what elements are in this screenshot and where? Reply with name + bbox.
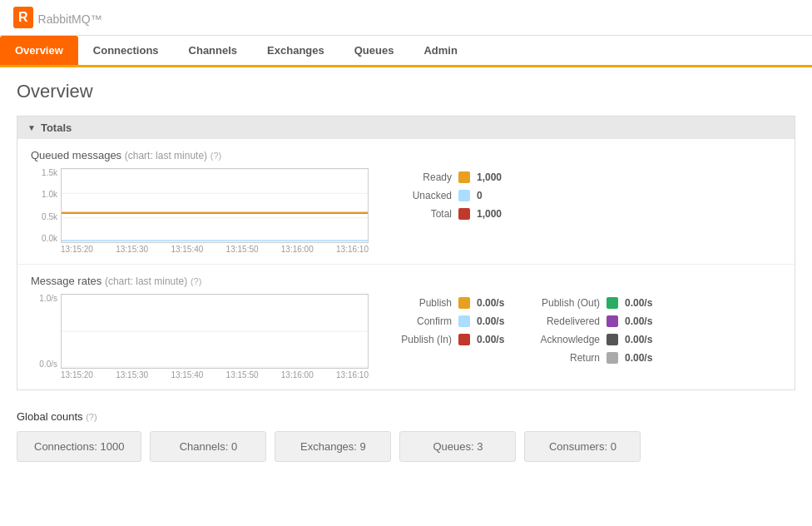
rates-legend-row-2: Confirm 0.00/s Redelivered 0.00/s <box>385 315 652 327</box>
legend-unacked-label: Unacked <box>385 190 452 201</box>
logo-tm: ™ <box>91 12 102 26</box>
rates-chart-svg <box>62 295 368 368</box>
publish-label: Publish <box>385 297 452 309</box>
legend-unacked: Unacked 0 <box>385 190 502 201</box>
global-counts-section: Global counts (?) Connections: 1000 Chan… <box>17 404 795 462</box>
nav-queues[interactable]: Queues <box>339 36 409 65</box>
queued-chart-wrapper: 1.5k 1.0k 0.5k 0.0k <box>31 168 369 254</box>
nav-overview[interactable]: Overview <box>0 36 78 65</box>
count-connections: Connections: 1000 <box>17 431 141 462</box>
queued-chart-box <box>61 168 369 243</box>
global-counts-help[interactable]: (?) <box>86 412 97 422</box>
publish-color <box>458 297 470 309</box>
global-counts-header: Global counts (?) <box>17 404 795 431</box>
message-rates-title: Message rates (chart: last minute) (?) <box>31 275 781 287</box>
queued-yaxis: 1.5k 1.0k 0.5k 0.0k <box>31 168 57 243</box>
rates-help[interactable]: (?) <box>191 276 201 286</box>
queued-xaxis: 13:15:20 13:15:30 13:15:40 13:15:50 13:1… <box>61 245 369 254</box>
rates-xaxis: 13:15:20 13:15:30 13:15:40 13:15:50 13:1… <box>61 370 369 380</box>
rates-chart-sub: (chart: last minute) <box>105 275 187 287</box>
totals-arrow-icon: ▼ <box>27 123 36 132</box>
totals-section-header[interactable]: ▼ Totals <box>17 117 795 139</box>
rates-legend-row-1: Publish 0.00/s Publish (Out) 0.00/s <box>385 297 652 309</box>
publish-out-value: 0.00/s <box>625 297 652 309</box>
publish-out-label: Publish (Out) <box>525 297 600 309</box>
publish-in-color <box>458 334 470 345</box>
publish-out-color <box>607 297 618 309</box>
acknowledge-value: 0.00/s <box>625 334 652 345</box>
legend-unacked-value: 0 <box>477 190 483 201</box>
publish-in-value: 0.00/s <box>477 334 518 345</box>
nav-connections[interactable]: Connections <box>78 36 174 65</box>
logo-text: RabbitMQ™ <box>38 7 102 28</box>
legend-total: Total 1,000 <box>385 208 502 220</box>
rates-chart-wrapper: 1.0/s 0.0/s 13: <box>31 294 369 380</box>
nav-exchanges[interactable]: Exchanges <box>252 36 339 65</box>
count-exchanges: Exchanges: 9 <box>275 431 391 462</box>
rates-chart-container: 1.0/s 0.0/s 13: <box>31 294 781 380</box>
count-channels: Channels: 0 <box>150 431 266 462</box>
count-queues: Queues: 3 <box>399 431 516 462</box>
rates-legend-row-4: Return 0.00/s <box>385 352 652 364</box>
rates-yaxis: 1.0/s 0.0/s <box>31 294 57 369</box>
confirm-color <box>458 315 470 327</box>
counts-row: Connections: 1000 Channels: 0 Exchanges:… <box>17 431 795 462</box>
rates-chart-inner: 1.0/s 0.0/s <box>31 294 369 369</box>
nav-admin[interactable]: Admin <box>408 36 472 65</box>
queued-chart-container: 1.5k 1.0k 0.5k 0.0k <box>31 168 781 254</box>
queued-chart-inner: 1.5k 1.0k 0.5k 0.0k <box>31 168 369 243</box>
logo-icon: R <box>13 7 33 28</box>
confirm-value: 0.00/s <box>477 315 518 327</box>
queued-help[interactable]: (?) <box>210 151 221 161</box>
legend-ready: Ready 1,000 <box>385 171 502 183</box>
rates-legend: Publish 0.00/s Publish (Out) 0.00/s Conf… <box>385 297 652 364</box>
page-title: Overview <box>17 81 795 102</box>
logo: R RabbitMQ™ <box>13 7 102 28</box>
queued-chart-svg <box>62 169 368 242</box>
redelivered-label: Redelivered <box>525 315 600 327</box>
rates-chart-box <box>61 294 369 369</box>
nav-channels[interactable]: Channels <box>174 36 253 65</box>
queued-legend: Ready 1,000 Unacked 0 Total 1,000 <box>385 171 502 220</box>
message-rates-section: Message rates (chart: last minute) (?) 1… <box>17 265 795 390</box>
confirm-label: Confirm <box>385 315 452 327</box>
count-consumers: Consumers: 0 <box>524 431 641 462</box>
acknowledge-label: Acknowledge <box>525 334 600 345</box>
acknowledge-color <box>607 334 618 345</box>
publish-value: 0.00/s <box>477 297 518 309</box>
header: R RabbitMQ™ <box>0 0 812 36</box>
logo-brand: RabbitMQ <box>38 12 91 26</box>
legend-total-color <box>458 208 470 220</box>
main-nav: Overview Connections Channels Exchanges … <box>0 36 812 67</box>
redelivered-color <box>607 315 618 327</box>
legend-ready-color <box>458 171 470 183</box>
legend-total-label: Total <box>385 208 452 220</box>
redelivered-value: 0.00/s <box>625 315 652 327</box>
return-color <box>607 352 618 364</box>
queued-messages-section: Queued messages (chart: last minute) (?)… <box>17 139 795 264</box>
return-label: Return <box>525 352 600 364</box>
page-content: Overview ▼ Totals Queued messages (chart… <box>0 67 812 475</box>
publish-in-label: Publish (In) <box>385 334 452 345</box>
legend-ready-value: 1,000 <box>477 171 502 183</box>
totals-title: Totals <box>41 122 72 134</box>
legend-ready-label: Ready <box>385 171 452 183</box>
global-counts-title: Global counts <box>17 410 83 423</box>
queued-chart-sub: (chart: last minute) <box>125 150 207 161</box>
legend-unacked-color <box>458 190 470 201</box>
queued-messages-title: Queued messages (chart: last minute) (?) <box>31 149 781 161</box>
return-spacer <box>458 352 470 364</box>
totals-section: ▼ Totals Queued messages (chart: last mi… <box>17 116 795 390</box>
return-value: 0.00/s <box>625 352 652 364</box>
rates-legend-row-3: Publish (In) 0.00/s Acknowledge 0.00/s <box>385 334 652 345</box>
legend-total-value: 1,000 <box>477 208 502 220</box>
